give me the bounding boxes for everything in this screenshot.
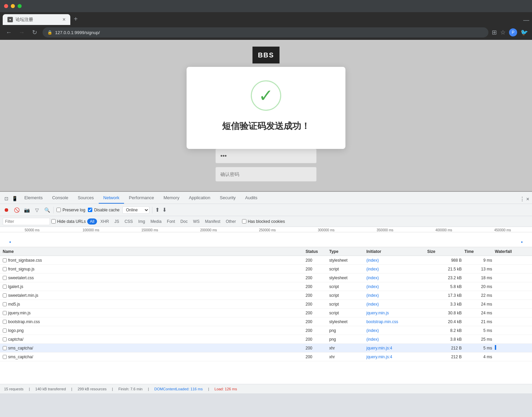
table-row[interactable]: md5.js 200 script (index) 3.3 kB 24 ms [0,300,532,309]
filter-tag-xhr[interactable]: XHR [98,218,111,225]
url-bar[interactable]: 🔒 127.0.0.1:9999/signup/ [43,27,488,37]
col-status-header: Status [304,249,328,254]
row-checkbox[interactable] [3,267,7,271]
tab-performance[interactable]: Performance [124,192,159,204]
filter-tag-ws[interactable]: WS [191,218,201,225]
back-button[interactable]: ← [4,28,14,37]
filter-tag-js[interactable]: JS [112,218,121,225]
cell-status: 200 [304,355,328,359]
clear-button[interactable]: 🚫 [13,206,20,214]
row-checkbox[interactable] [3,285,7,289]
form-area [215,149,317,182]
translate-icon[interactable]: ⊞ [492,29,497,36]
upload-icon[interactable]: ⬆ [155,207,160,213]
filter-icon[interactable]: ▽ [33,206,41,214]
table-row[interactable]: lgalert.js 200 script (index) 5.8 kB 20 … [0,282,532,291]
tab-memory[interactable]: Memory [159,192,184,204]
disable-cache-checkbox[interactable] [88,208,92,212]
window-min-dot[interactable] [11,4,15,8]
row-checkbox[interactable] [3,337,7,341]
extension-icon[interactable]: 🐦 [521,29,528,36]
tab-security[interactable]: Security [215,192,240,204]
preserve-log-checkbox[interactable] [56,208,61,212]
capture-screenshot-button[interactable]: 📷 [23,206,30,214]
bookmark-icon[interactable]: ☆ [500,29,506,36]
row-checkbox[interactable] [3,276,7,280]
new-tab-button[interactable]: + [71,14,80,24]
table-row[interactable]: captcha/ 200 png (index) 3.8 kB 25 ms [0,335,532,344]
row-checkbox[interactable] [3,258,7,262]
tab-elements[interactable]: Elements [20,192,47,204]
tab-sources[interactable]: Sources [73,192,99,204]
disable-cache-label[interactable]: Disable cache [88,208,119,212]
inspect-icon[interactable]: ⊡ [3,195,10,202]
close-devtools-icon[interactable]: × [526,196,529,204]
search-icon[interactable]: 🔍 [43,206,51,214]
filter-tag-img[interactable]: Img [136,218,147,225]
online-select[interactable]: Online Slow 3G Fast 3G Offline [122,206,149,214]
window-max-dot[interactable] [18,4,22,8]
table-row[interactable]: sms_captcha/ 200 xhr jquery.min.js:4 212… [0,344,532,353]
has-blocked-cookies-label[interactable]: Has blocked cookies [242,219,285,224]
cell-initiator: (index) [365,258,426,263]
filter-tag-font[interactable]: Font [165,218,177,225]
filter-tag-media[interactable]: Media [148,218,164,225]
table-row[interactable]: sms_captcha/ 200 xhr jquery.min.js:4 212… [0,353,532,361]
tab-active[interactable]: ● 论坛注册 × [3,14,70,25]
password-input[interactable] [215,149,317,163]
filter-tag-css[interactable]: CSS [122,218,135,225]
row-checkbox[interactable] [3,355,7,359]
more-tabs-icon[interactable]: ⋮ [519,196,525,204]
tab-favicon: ● [7,17,13,22]
tab-application[interactable]: Application [184,192,215,204]
reload-button[interactable]: ↻ [30,28,39,37]
table-row[interactable]: jquery.min.js 200 script jquery.min.js 3… [0,309,532,317]
table-row[interactable]: front_signup.js 200 script (index) 21.5 … [0,265,532,273]
has-blocked-cookies-checkbox[interactable] [242,219,246,224]
minimize-button[interactable]: — [523,17,529,24]
download-icon[interactable]: ⬇ [162,207,167,213]
address-bar: ← → ↻ 🔒 127.0.0.1:9999/signup/ ⊞ ☆ P 🐦 [0,25,532,40]
row-checkbox[interactable] [3,320,7,324]
cell-status: 200 [304,284,328,289]
forward-button[interactable]: → [17,28,26,37]
cell-initiator: (index) [365,267,426,271]
row-checkbox[interactable] [3,302,7,306]
filter-tag-manifest[interactable]: Manifest [203,218,222,225]
filter-tag-all[interactable]: All [87,218,97,225]
preserve-log-label[interactable]: Preserve log [56,208,85,212]
table-row[interactable]: front_signbase.css 200 stylesheet (index… [0,256,532,265]
tab-network[interactable]: Network [99,192,124,204]
table-row[interactable]: bootstrap.min.css 200 stylesheet bootstr… [0,317,532,326]
tab-console[interactable]: Console [47,192,73,204]
row-checkbox[interactable] [3,311,7,315]
tl-400k: 400000 ms [414,228,473,232]
check-mark-icon: ✓ [259,87,273,104]
device-icon[interactable]: 📱 [11,195,18,202]
cell-name: front_signbase.css [1,258,304,263]
record-button[interactable]: ⏺ [3,206,10,214]
cell-size: 21.5 kB [426,267,463,271]
cell-status: 200 [304,267,328,271]
hide-data-urls-label[interactable]: Hide data URLs [51,219,86,224]
tab-audits[interactable]: Audits [240,192,262,204]
row-checkbox[interactable] [3,346,7,350]
filter-tag-other[interactable]: Other [224,218,238,225]
window-close-dot[interactable] [4,4,8,8]
table-row[interactable]: sweetalert.min.js 200 script (index) 17.… [0,291,532,300]
tab-close-icon[interactable]: × [63,17,66,23]
filter-tag-doc[interactable]: Doc [178,218,190,225]
confirm-password-input[interactable] [215,167,317,182]
table-row[interactable]: sweetalert.css 200 stylesheet (index) 23… [0,273,532,282]
row-checkbox[interactable] [3,293,7,297]
table-row[interactable]: logo.png 200 png (index) 8.2 kB 5 ms [0,326,532,335]
filter-input[interactable] [3,218,50,225]
separator4: | [148,387,149,391]
hide-data-urls-checkbox[interactable] [51,219,56,224]
row-checkbox[interactable] [3,329,7,333]
profile-icon[interactable]: P [509,28,517,36]
transferred-size: 140 kB transferred [35,387,66,391]
tab-title: 论坛注册 [16,17,60,23]
cell-name: sms_captcha/ [1,355,304,359]
tl-450k: 450000 ms [473,228,532,232]
